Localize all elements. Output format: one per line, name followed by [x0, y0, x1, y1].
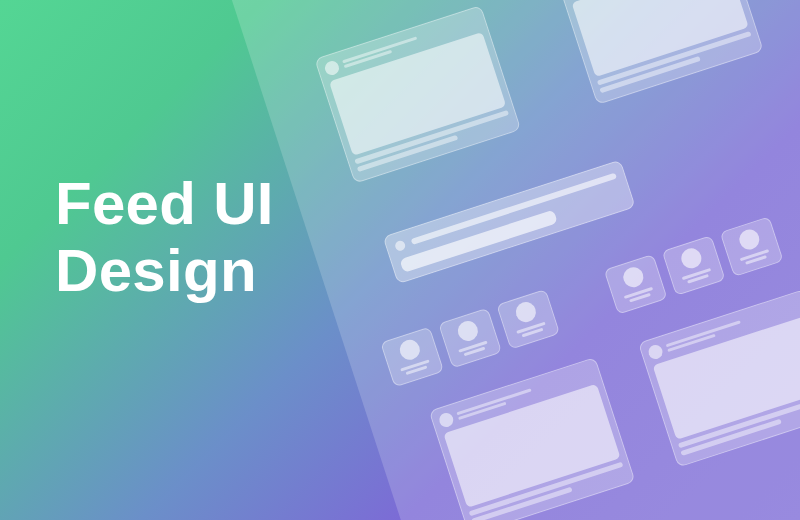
wireframe-post-card	[557, 0, 764, 105]
title-line-1: Feed UI	[55, 170, 274, 237]
page-title: Feed UI Design	[55, 170, 274, 304]
avatar-icon	[437, 411, 455, 429]
wireframe-user-chip	[720, 216, 784, 277]
avatar-icon	[621, 265, 646, 290]
wireframe-user-chip	[438, 308, 502, 369]
avatar-icon	[647, 343, 665, 361]
avatar-icon	[513, 300, 538, 325]
avatar-icon	[737, 227, 762, 252]
wireframe-user-chip	[604, 254, 668, 315]
wireframe-post-card	[638, 289, 800, 468]
title-line-2: Design	[55, 237, 274, 304]
avatar-icon	[397, 337, 422, 362]
wireframe-user-chip	[496, 289, 560, 350]
image-placeholder	[443, 384, 620, 508]
wireframe-post-card	[314, 5, 521, 184]
wireframe-post-card	[429, 357, 636, 520]
avatar-icon	[394, 239, 407, 252]
wireframe-input-card	[383, 159, 636, 284]
avatar-icon	[679, 246, 704, 271]
avatar-icon	[455, 318, 480, 343]
wireframe-user-chip	[662, 235, 726, 296]
wireframe-user-chip	[380, 327, 444, 388]
image-placeholder	[329, 32, 506, 156]
avatar-icon	[323, 59, 341, 77]
